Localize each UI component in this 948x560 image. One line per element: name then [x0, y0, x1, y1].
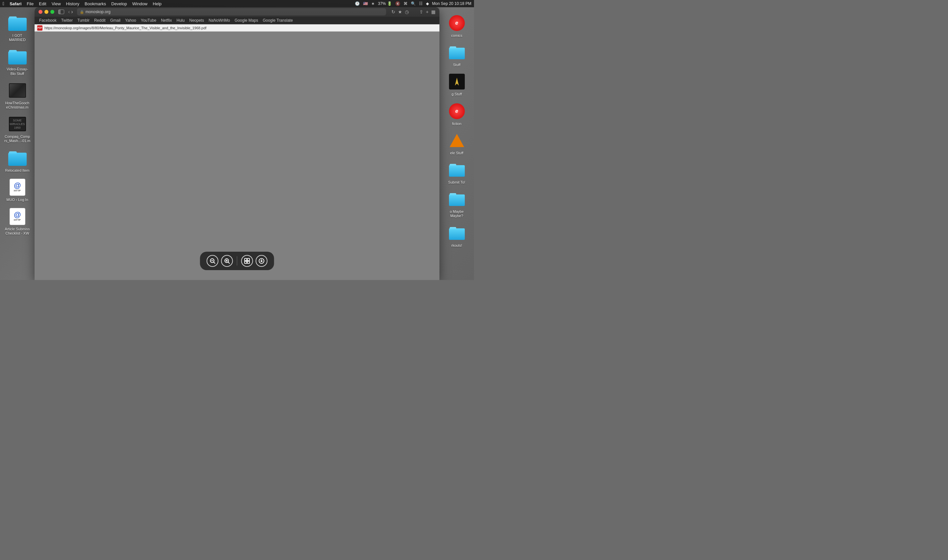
control-center-icon[interactable]: ☷	[419, 1, 422, 6]
time-machine-icon[interactable]: 🕐	[355, 1, 360, 6]
menubar-bookmarks[interactable]: Bookmarks	[85, 1, 106, 6]
reload-button[interactable]: ↻	[392, 9, 395, 14]
apple-menu[interactable]: 	[3, 1, 4, 6]
history-button[interactable]: ◷	[405, 9, 409, 14]
desktop-icon-videoessay[interactable]: Video-Essay-Blo Stuff	[3, 46, 32, 77]
bookmarks-bar: Facebook Twitter Tumblr Reddit Gmail Yah…	[35, 17, 439, 25]
siri-icon[interactable]: ◆	[426, 1, 429, 6]
menubar-edit[interactable]: Edit	[39, 1, 46, 6]
menubar-help[interactable]: Help	[153, 1, 162, 6]
pdf-file-icon: PDF	[37, 25, 42, 31]
new-tab-button[interactable]: +	[426, 9, 429, 14]
bookmark-twitter[interactable]: Twitter	[59, 17, 75, 23]
back-button[interactable]: ‹	[68, 9, 70, 14]
desktop-icon-label: I GOT MARRIED	[5, 34, 30, 42]
desktop-icon-label: g Stuff	[452, 92, 462, 96]
folder-icon-stuff	[449, 45, 465, 59]
desktop-icon-comics[interactable]: e comics	[442, 12, 472, 39]
folder-icon-workouts	[449, 226, 465, 240]
minimize-button[interactable]	[45, 10, 48, 14]
desktop-icon-fiction[interactable]: e fiction	[442, 101, 472, 127]
pdf-viewer-toolbar	[200, 252, 274, 270]
tab-overview-button[interactable]: ▦	[431, 9, 435, 14]
desktop-icon-compaq[interactable]: SOMEMIRACLES1950 Compaq_Comp rs_Mash...-…	[3, 114, 32, 145]
date-time[interactable]: Mon Sep 20 10:18 PM	[432, 1, 472, 6]
address-bar[interactable]: 🔒 monoskop.org	[77, 8, 386, 15]
download-button[interactable]	[256, 255, 268, 267]
startrek-icon	[449, 74, 465, 89]
zoom-out-button[interactable]	[207, 255, 219, 267]
desktop-icon-stuff[interactable]: Stuff	[442, 42, 472, 68]
spotlight-icon[interactable]: 🔍	[411, 1, 416, 6]
http-label: HTTP	[14, 218, 21, 222]
desktop-icon-article[interactable]: @ HTTP Article Submiss Checklist - XW	[3, 206, 32, 237]
bookmark-tumblr[interactable]: Tumblr	[76, 17, 91, 23]
share-button[interactable]: ⇪	[419, 9, 423, 14]
desktop-icon-submit[interactable]: Submit To!	[442, 159, 472, 186]
desktop-icon-married[interactable]: I GOT MARRIED	[3, 12, 32, 43]
menubar-app-name[interactable]: Safari	[9, 1, 22, 6]
bookmark-button[interactable]: ★	[398, 9, 402, 14]
page-view-button[interactable]	[241, 255, 253, 267]
at-symbol: @	[14, 211, 21, 218]
forward-button[interactable]: ›	[71, 9, 73, 14]
desktop-icon-label: Compaq_Comp rs_Mash...-01.m	[4, 135, 30, 143]
desktop-icon-label: o Maybe Maybe?	[444, 209, 470, 218]
desktop-icon-gstuff[interactable]: g Stuff	[442, 71, 472, 98]
bookmark-googlemaps[interactable]: Google Maps	[233, 17, 260, 23]
menubar-history[interactable]: History	[66, 1, 79, 6]
menubar-view[interactable]: View	[52, 1, 61, 6]
sidebar-toggle[interactable]	[58, 9, 64, 14]
security-icon: 🔒	[80, 10, 84, 14]
desktop-icon-workouts[interactable]: rkouts!	[442, 222, 472, 249]
menubar-window[interactable]: Window	[132, 1, 148, 6]
svg-line-3	[214, 262, 215, 263]
bookmark-reddit[interactable]: Reddit	[92, 17, 108, 23]
desktop-icon-howthegooch[interactable]: HowTheGooch eChristmas.m	[3, 80, 32, 111]
desktop-icon-label: HowTheGooch eChristmas.m	[5, 101, 30, 109]
flag-icon[interactable]: 🇺🇸	[363, 1, 368, 6]
bookmark-neopets[interactable]: Neopets	[187, 17, 206, 23]
maximize-button[interactable]	[50, 10, 54, 14]
bookmark-netflix[interactable]: Netflix	[159, 17, 174, 23]
bookmark-youtube[interactable]: YouTube	[139, 17, 158, 23]
desktop-icon-label: Video-Essay-Blo Stuff	[5, 67, 30, 76]
desktop-icon-label: MUO ‹ Log In	[6, 198, 28, 202]
bookmark-gmail[interactable]: Gmail	[108, 17, 122, 23]
close-button[interactable]	[39, 10, 42, 14]
pdf-url-text: https://monoskop.org/images/8/80/Merleau…	[45, 26, 207, 30]
desktop-icon-label: Relocated Item	[5, 168, 29, 173]
title-bar: ‹ › 🔒 monoskop.org ↻ ★ ◷ ⇪ + ▦ Facebook …	[35, 7, 439, 25]
folder-icon-submit	[449, 163, 465, 177]
traffic-lights	[39, 10, 54, 14]
battery-indicator[interactable]: 37% 🔋	[378, 1, 392, 6]
bookmark-googletranslate[interactable]: Google Translate	[261, 17, 294, 23]
wifi-icon[interactable]: ⌘	[404, 1, 407, 6]
desktop-icon-label: comics	[451, 34, 462, 38]
nav-arrows: ‹ ›	[68, 9, 73, 14]
desktop-icon-label: Submit To!	[448, 180, 466, 185]
comics-icon: e	[449, 15, 465, 31]
desktop-icon-relocated[interactable]: Relocated Item	[3, 148, 32, 174]
bookmark-yahoo[interactable]: Yahoo	[123, 17, 138, 23]
menubar-file[interactable]: File	[27, 1, 34, 6]
desktop-icon-label: fiction	[452, 122, 461, 126]
fiction-icon: e	[449, 103, 465, 119]
desktop-icon-maybe[interactable]: o Maybe Maybe?	[442, 189, 472, 220]
pdf-content-area	[35, 40, 439, 280]
svg-rect-11	[247, 261, 250, 263]
bookmark-nanowrimo[interactable]: NaNoWriMo	[207, 17, 232, 23]
at-symbol: @	[14, 182, 21, 189]
bluetooth-icon[interactable]: ∗	[371, 1, 375, 6]
bookmark-hulu[interactable]: Hulu	[174, 17, 187, 23]
menubar-develop[interactable]: Develop	[111, 1, 127, 6]
bookmark-facebook[interactable]: Facebook	[37, 17, 59, 23]
orange-triangle-icon	[449, 132, 465, 148]
desktop-icon-label: ele Stuff	[450, 151, 463, 155]
browser-toolbar-right: ↻ ★ ◷ ⇪ + ▦	[392, 9, 435, 14]
volume-icon[interactable]: 🔇	[395, 1, 400, 6]
desktop-icon-label: rkouts!	[451, 243, 462, 248]
zoom-in-button[interactable]	[221, 255, 233, 267]
desktop-icon-ele[interactable]: ele Stuff	[442, 130, 472, 157]
desktop-icon-muo[interactable]: @ HTTP MUO ‹ Log In	[3, 177, 32, 203]
